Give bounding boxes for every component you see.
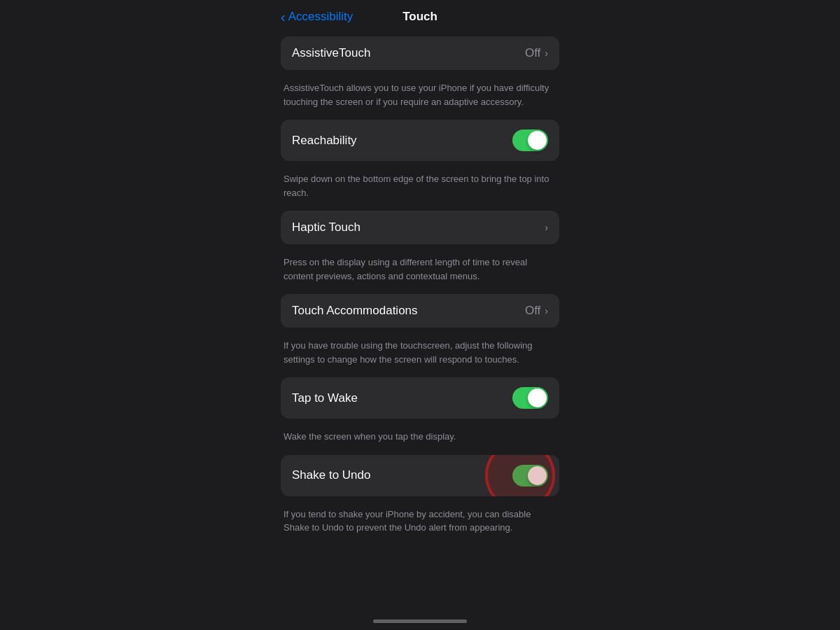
toggle-reachability[interactable]: [512, 130, 548, 151]
setting-section-reachability: ReachabilitySwipe down on the bottom edg…: [281, 120, 559, 208]
setting-section-touch-accommodations: Touch AccommodationsOff›If you have trou…: [281, 294, 559, 374]
description-shake-to-undo: If you tend to shake your iPhone by acci…: [281, 502, 559, 543]
description-reachability: Swipe down on the bottom edge of the scr…: [281, 167, 559, 208]
setting-row-assistive-touch[interactable]: AssistiveTouchOff›: [281, 36, 559, 70]
description-tap-to-wake: Wake the screen when you tap the display…: [281, 424, 559, 452]
chevron-right-icon: ›: [545, 222, 548, 233]
setting-row-haptic-touch[interactable]: Haptic Touch›: [281, 211, 559, 244]
home-indicator: [373, 620, 467, 623]
chevron-right-icon: ›: [545, 305, 548, 316]
toggle-knob-shake-to-undo: [528, 466, 547, 485]
setting-value-touch-accommodations: Off: [525, 304, 540, 318]
description-haptic-touch: Press on the display using a different l…: [281, 250, 559, 291]
setting-section-haptic-touch: Haptic Touch›Press on the display using …: [281, 211, 559, 291]
toggle-shake-to-undo[interactable]: [512, 465, 548, 486]
setting-label-touch-accommodations: Touch Accommodations: [292, 304, 418, 318]
toggle-tap-to-wake[interactable]: [512, 387, 548, 409]
setting-value-assistive-touch: Off: [525, 46, 540, 60]
phone-container: ‹ Accessibility Touch AssistiveTouchOff›…: [270, 0, 570, 630]
description-touch-accommodations: If you have trouble using the touchscree…: [281, 333, 559, 374]
description-assistive-touch: AssistiveTouch allows you to use your iP…: [281, 76, 559, 117]
toggle-knob-reachability: [528, 131, 547, 150]
setting-row-reachability[interactable]: Reachability: [281, 120, 559, 161]
back-button[interactable]: ‹ Accessibility: [281, 10, 353, 24]
setting-row-tap-to-wake[interactable]: Tap to Wake: [281, 377, 559, 419]
setting-label-assistive-touch: AssistiveTouch: [292, 46, 370, 60]
back-label: Accessibility: [288, 10, 354, 24]
page-title: Touch: [402, 10, 438, 24]
setting-label-haptic-touch: Haptic Touch: [292, 220, 360, 234]
content-area: AssistiveTouchOff›AssistiveTouch allows …: [270, 31, 570, 614]
setting-row-shake-to-undo[interactable]: Shake to Undo: [281, 455, 559, 496]
back-chevron-icon: ‹: [281, 10, 286, 24]
setting-section-shake-to-undo: Shake to UndoIf you tend to shake your i…: [281, 455, 559, 543]
setting-row-touch-accommodations[interactable]: Touch AccommodationsOff›: [281, 294, 559, 328]
setting-section-tap-to-wake: Tap to WakeWake the screen when you tap …: [281, 377, 559, 452]
setting-label-tap-to-wake: Tap to Wake: [292, 391, 358, 405]
header: ‹ Accessibility Touch: [270, 0, 570, 31]
setting-label-reachability: Reachability: [292, 134, 357, 148]
toggle-knob-tap-to-wake: [528, 388, 547, 407]
highlight-wrapper-shake-to-undo: [512, 465, 548, 486]
setting-label-shake-to-undo: Shake to Undo: [292, 468, 370, 482]
chevron-right-icon: ›: [545, 48, 548, 59]
setting-section-assistive-touch: AssistiveTouchOff›AssistiveTouch allows …: [281, 36, 559, 117]
